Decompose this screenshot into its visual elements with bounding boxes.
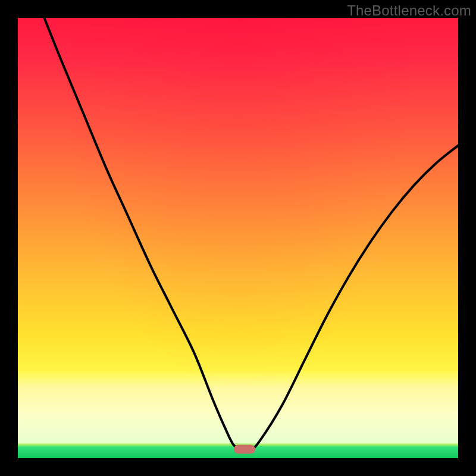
curve-layer <box>18 18 458 458</box>
minimum-marker <box>234 445 255 454</box>
watermark-text: TheBottleneck.com <box>347 2 471 19</box>
chart-area <box>18 18 458 458</box>
outer-frame: TheBottleneck.com <box>0 0 476 476</box>
bottleneck-curve <box>44 18 458 450</box>
